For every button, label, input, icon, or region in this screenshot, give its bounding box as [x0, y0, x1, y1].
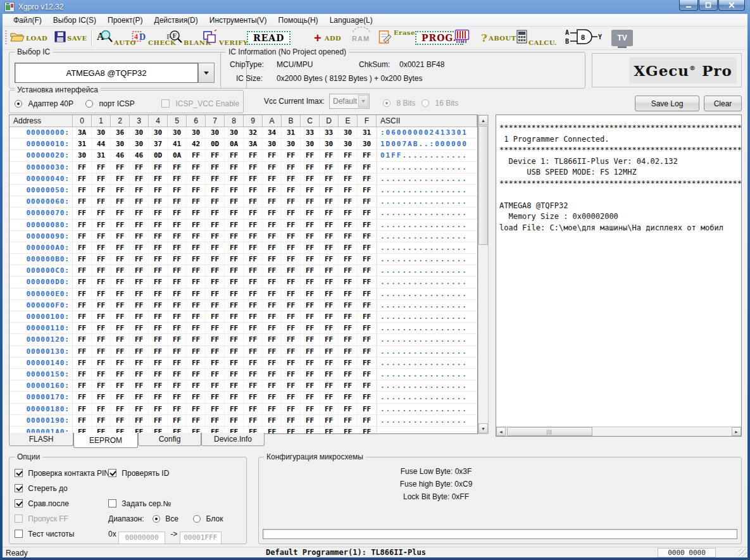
- hex-byte-cell[interactable]: FF: [187, 277, 206, 287]
- ram-button[interactable]: RAM: [352, 28, 370, 47]
- hex-byte-cell[interactable]: FF: [358, 150, 377, 161]
- hex-byte-cell[interactable]: FF: [149, 404, 168, 414]
- logic-gate-button[interactable]: AB8Y: [565, 28, 605, 47]
- hex-byte-cell[interactable]: 30: [92, 127, 111, 138]
- hex-byte-cell[interactable]: FF: [206, 380, 225, 391]
- hex-byte-cell[interactable]: FF: [92, 369, 111, 380]
- hex-byte-cell[interactable]: 37: [149, 139, 168, 149]
- resize-grip[interactable]: [739, 549, 747, 557]
- hex-byte-cell[interactable]: FF: [339, 415, 358, 426]
- hex-byte-cell[interactable]: 30: [73, 150, 92, 161]
- hex-byte-cell[interactable]: 33: [320, 127, 339, 138]
- hex-byte-cell[interactable]: FF: [301, 150, 320, 161]
- tab-flash[interactable]: FLASH: [9, 433, 73, 446]
- hex-byte-cell[interactable]: FF: [263, 404, 282, 414]
- hex-byte-cell[interactable]: FF: [339, 300, 358, 311]
- hex-byte-cell[interactable]: FF: [263, 162, 282, 173]
- hex-byte-cell[interactable]: FF: [339, 242, 358, 253]
- hex-byte-cell[interactable]: FF: [111, 254, 130, 264]
- hex-ascii-cell[interactable]: ................: [377, 392, 477, 402]
- hex-byte-cell[interactable]: FF: [358, 265, 377, 276]
- hex-byte-cell[interactable]: 30: [206, 127, 225, 138]
- hex-byte-cell[interactable]: FF: [282, 196, 301, 207]
- hex-byte-cell[interactable]: FF: [149, 392, 168, 402]
- hex-byte-cell[interactable]: FF: [168, 289, 187, 299]
- hex-byte-cell[interactable]: FF: [244, 392, 263, 402]
- hex-ascii-cell[interactable]: ................: [377, 277, 477, 287]
- hex-byte-cell[interactable]: FF: [168, 265, 187, 276]
- hex-byte-cell[interactable]: FF: [301, 220, 320, 230]
- hex-byte-cell[interactable]: FF: [282, 242, 301, 253]
- hex-byte-cell[interactable]: FF: [320, 231, 339, 242]
- hex-byte-cell[interactable]: FF: [73, 208, 92, 218]
- menu-item-file[interactable]: Файл(F): [8, 15, 47, 26]
- hex-byte-cell[interactable]: FF: [301, 196, 320, 207]
- hex-byte-cell[interactable]: FF: [168, 346, 187, 357]
- hex-byte-cell[interactable]: FF: [92, 196, 111, 207]
- scrollbar-thumb[interactable]: [478, 126, 488, 245]
- hex-byte-cell[interactable]: FF: [339, 231, 358, 242]
- hex-byte-cell[interactable]: FF: [111, 185, 130, 196]
- hex-byte-cell[interactable]: FF: [92, 277, 111, 287]
- hex-byte-cell[interactable]: FF: [301, 162, 320, 173]
- auto-button[interactable]: A AUTO: [96, 28, 136, 47]
- hex-byte-cell[interactable]: FF: [320, 185, 339, 196]
- hex-byte-cell[interactable]: 30: [130, 127, 149, 138]
- hex-byte-cell[interactable]: FF: [320, 404, 339, 414]
- hex-byte-cell[interactable]: FF: [73, 277, 92, 287]
- hex-byte-cell[interactable]: FF: [244, 220, 263, 230]
- hex-byte-cell[interactable]: FF: [92, 289, 111, 299]
- hex-byte-cell[interactable]: FF: [225, 323, 244, 333]
- hex-byte-cell[interactable]: FF: [301, 334, 320, 345]
- hex-byte-cell[interactable]: FF: [320, 380, 339, 391]
- hex-byte-cell[interactable]: FF: [187, 380, 206, 391]
- hex-byte-cell[interactable]: FF: [73, 289, 92, 299]
- hex-byte-cell[interactable]: FF: [149, 369, 168, 380]
- tab-config[interactable]: Config: [138, 433, 201, 446]
- hex-byte-cell[interactable]: FF: [358, 300, 377, 311]
- hex-byte-cell[interactable]: FF: [358, 242, 377, 253]
- hex-byte-cell[interactable]: FF: [320, 311, 339, 322]
- hex-byte-cell[interactable]: FF: [111, 242, 130, 253]
- hex-byte-cell[interactable]: FF: [187, 392, 206, 402]
- hex-byte-cell[interactable]: FF: [225, 265, 244, 276]
- ic-select-combo[interactable]: ATMEGA8 @TQFP32: [15, 63, 198, 83]
- clean-test-checkbox[interactable]: [15, 530, 23, 538]
- hex-byte-cell[interactable]: FF: [130, 173, 149, 184]
- hex-byte-cell[interactable]: FF: [149, 380, 168, 391]
- hex-byte-cell[interactable]: FF: [206, 265, 225, 276]
- hex-byte-cell[interactable]: FF: [301, 254, 320, 264]
- hex-byte-cell[interactable]: 30: [130, 139, 149, 149]
- hex-byte-cell[interactable]: FF: [358, 173, 377, 184]
- hex-byte-cell[interactable]: FF: [244, 162, 263, 173]
- scrollbar-thumb[interactable]: [507, 427, 592, 436]
- hex-byte-cell[interactable]: FF: [358, 346, 377, 357]
- hex-byte-cell[interactable]: FF: [263, 196, 282, 207]
- hex-byte-cell[interactable]: 46: [130, 150, 149, 161]
- hex-byte-cell[interactable]: FF: [244, 173, 263, 184]
- chip-button[interactable]: [453, 28, 471, 47]
- hex-byte-cell[interactable]: 42: [187, 139, 206, 149]
- hex-byte-cell[interactable]: FF: [263, 369, 282, 380]
- hex-byte-cell[interactable]: 46: [111, 150, 130, 161]
- hex-byte-cell[interactable]: FF: [244, 346, 263, 357]
- hex-byte-cell[interactable]: FF: [130, 231, 149, 242]
- hex-byte-cell[interactable]: FF: [111, 311, 130, 322]
- hex-byte-cell[interactable]: FF: [187, 323, 206, 333]
- hex-byte-cell[interactable]: FF: [187, 185, 206, 196]
- hex-byte-cell[interactable]: FF: [187, 231, 206, 242]
- hex-ascii-cell[interactable]: ................: [377, 369, 477, 380]
- hex-byte-cell[interactable]: FF: [320, 300, 339, 311]
- hex-byte-cell[interactable]: FF: [339, 289, 358, 299]
- hex-byte-cell[interactable]: FF: [130, 220, 149, 230]
- hex-byte-cell[interactable]: FF: [92, 392, 111, 402]
- hex-byte-cell[interactable]: FF: [73, 254, 92, 264]
- hex-byte-cell[interactable]: FF: [92, 254, 111, 264]
- hex-byte-cell[interactable]: FF: [187, 404, 206, 414]
- hex-byte-cell[interactable]: FF: [206, 162, 225, 173]
- menu-item-language[interactable]: Language(L): [324, 15, 378, 26]
- hex-byte-cell[interactable]: FF: [282, 300, 301, 311]
- hex-byte-cell[interactable]: FF: [320, 392, 339, 402]
- hex-byte-cell[interactable]: FF: [92, 358, 111, 368]
- hex-byte-cell[interactable]: FF: [206, 208, 225, 218]
